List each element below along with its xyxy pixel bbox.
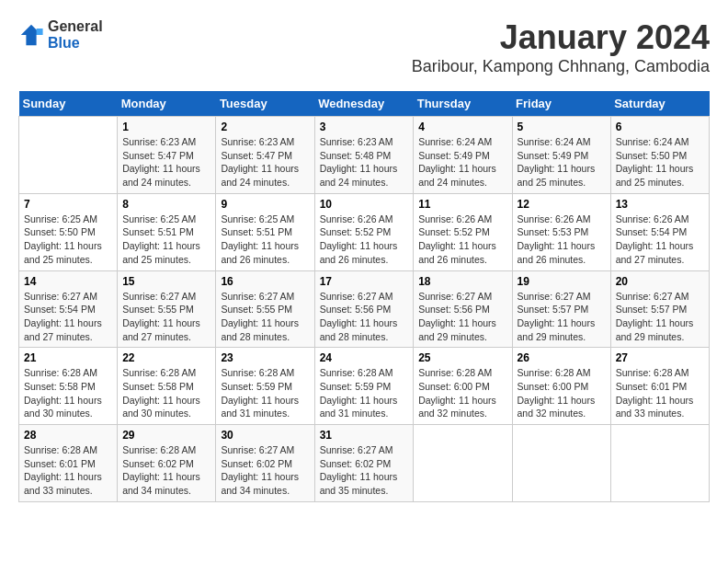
day-cell: 11Sunrise: 6:26 AMSunset: 5:52 PMDayligh… <box>414 193 512 270</box>
day-cell <box>512 425 610 502</box>
day-cell <box>19 117 118 194</box>
day-number: 1 <box>122 121 210 133</box>
day-info: Sunrise: 6:28 AMSunset: 5:58 PMDaylight:… <box>122 366 210 420</box>
day-info: Sunrise: 6:25 AMSunset: 5:50 PMDaylight:… <box>24 213 112 267</box>
day-number: 26 <box>518 351 606 364</box>
week-row-4: 21Sunrise: 6:28 AMSunset: 5:58 PMDayligh… <box>19 348 710 425</box>
day-cell: 30Sunrise: 6:27 AMSunset: 6:02 PMDayligh… <box>216 425 314 502</box>
day-info: Sunrise: 6:26 AMSunset: 5:52 PMDaylight:… <box>418 213 506 267</box>
day-cell: 4Sunrise: 6:24 AMSunset: 5:49 PMDaylight… <box>414 117 512 194</box>
day-info: Sunrise: 6:28 AMSunset: 5:58 PMDaylight:… <box>24 366 112 420</box>
day-number: 30 <box>221 429 309 442</box>
day-info: Sunrise: 6:28 AMSunset: 5:59 PMDaylight:… <box>221 366 309 420</box>
day-cell: 20Sunrise: 6:27 AMSunset: 5:57 PMDayligh… <box>610 270 709 348</box>
subtitle: Baribour, Kampong Chhnang, Cambodia <box>412 57 710 76</box>
day-number: 17 <box>320 275 409 288</box>
day-info: Sunrise: 6:27 AMSunset: 5:56 PMDaylight:… <box>320 290 409 344</box>
day-cell: 22Sunrise: 6:28 AMSunset: 5:58 PMDayligh… <box>118 348 216 425</box>
header-cell-saturday: Saturday <box>610 91 709 117</box>
day-cell: 31Sunrise: 6:27 AMSunset: 6:02 PMDayligh… <box>314 425 414 502</box>
day-cell: 2Sunrise: 6:23 AMSunset: 5:47 PMDaylight… <box>216 117 314 194</box>
day-cell: 27Sunrise: 6:28 AMSunset: 6:01 PMDayligh… <box>610 348 709 425</box>
day-info: Sunrise: 6:25 AMSunset: 5:51 PMDaylight:… <box>122 213 210 267</box>
header-cell-wednesday: Wednesday <box>314 91 414 117</box>
day-cell: 8Sunrise: 6:25 AMSunset: 5:51 PMDaylight… <box>118 193 216 270</box>
header-cell-thursday: Thursday <box>414 91 512 117</box>
day-info: Sunrise: 6:23 AMSunset: 5:47 PMDaylight:… <box>221 135 309 190</box>
day-cell: 21Sunrise: 6:28 AMSunset: 5:58 PMDayligh… <box>19 348 118 425</box>
day-info: Sunrise: 6:28 AMSunset: 5:59 PMDaylight:… <box>320 366 409 420</box>
day-cell: 1Sunrise: 6:23 AMSunset: 5:47 PMDaylight… <box>118 117 216 194</box>
day-info: Sunrise: 6:26 AMSunset: 5:52 PMDaylight:… <box>320 213 409 267</box>
main-title: January 2024 <box>412 18 710 57</box>
day-info: Sunrise: 6:27 AMSunset: 6:02 PMDaylight:… <box>221 443 309 498</box>
day-number: 3 <box>320 121 409 133</box>
day-info: Sunrise: 6:27 AMSunset: 5:54 PMDaylight:… <box>24 290 112 344</box>
day-cell: 13Sunrise: 6:26 AMSunset: 5:54 PMDayligh… <box>610 193 709 270</box>
day-number: 14 <box>24 275 112 288</box>
day-info: Sunrise: 6:28 AMSunset: 6:00 PMDaylight:… <box>418 366 506 420</box>
day-info: Sunrise: 6:26 AMSunset: 5:54 PMDaylight:… <box>616 213 704 267</box>
week-row-5: 28Sunrise: 6:28 AMSunset: 6:01 PMDayligh… <box>19 425 710 502</box>
day-number: 16 <box>221 275 309 288</box>
day-info: Sunrise: 6:24 AMSunset: 5:49 PMDaylight:… <box>518 135 606 190</box>
day-info: Sunrise: 6:27 AMSunset: 5:55 PMDaylight:… <box>122 290 210 344</box>
day-number: 9 <box>221 198 309 211</box>
day-info: Sunrise: 6:23 AMSunset: 5:48 PMDaylight:… <box>320 135 409 190</box>
week-row-1: 1Sunrise: 6:23 AMSunset: 5:47 PMDaylight… <box>19 117 710 194</box>
header-cell-friday: Friday <box>512 91 610 117</box>
day-info: Sunrise: 6:27 AMSunset: 5:57 PMDaylight:… <box>518 290 606 344</box>
day-cell: 23Sunrise: 6:28 AMSunset: 5:59 PMDayligh… <box>216 348 314 425</box>
day-number: 13 <box>616 198 704 211</box>
day-number: 6 <box>616 121 704 133</box>
week-row-2: 7Sunrise: 6:25 AMSunset: 5:50 PMDaylight… <box>19 193 710 270</box>
day-number: 25 <box>418 351 506 364</box>
day-cell: 19Sunrise: 6:27 AMSunset: 5:57 PMDayligh… <box>512 270 610 348</box>
day-number: 7 <box>24 198 112 211</box>
day-info: Sunrise: 6:26 AMSunset: 5:53 PMDaylight:… <box>518 213 606 267</box>
day-cell: 6Sunrise: 6:24 AMSunset: 5:50 PMDaylight… <box>610 117 709 194</box>
day-number: 10 <box>320 198 409 211</box>
svg-marker-1 <box>37 29 43 35</box>
logo-text: General Blue <box>48 18 103 52</box>
day-cell: 24Sunrise: 6:28 AMSunset: 5:59 PMDayligh… <box>314 348 414 425</box>
day-cell: 9Sunrise: 6:25 AMSunset: 5:51 PMDaylight… <box>216 193 314 270</box>
day-info: Sunrise: 6:25 AMSunset: 5:51 PMDaylight:… <box>221 213 309 267</box>
day-info: Sunrise: 6:27 AMSunset: 5:57 PMDaylight:… <box>616 290 704 344</box>
day-number: 21 <box>24 351 112 364</box>
header-cell-monday: Monday <box>118 91 216 117</box>
day-number: 15 <box>122 275 210 288</box>
day-cell: 17Sunrise: 6:27 AMSunset: 5:56 PMDayligh… <box>314 270 414 348</box>
day-cell: 5Sunrise: 6:24 AMSunset: 5:49 PMDaylight… <box>512 117 610 194</box>
day-cell <box>610 425 709 502</box>
day-number: 12 <box>518 198 606 211</box>
day-cell: 16Sunrise: 6:27 AMSunset: 5:55 PMDayligh… <box>216 270 314 348</box>
day-number: 2 <box>221 121 309 133</box>
day-number: 20 <box>616 275 704 288</box>
day-info: Sunrise: 6:23 AMSunset: 5:47 PMDaylight:… <box>122 135 210 190</box>
day-info: Sunrise: 6:28 AMSunset: 6:00 PMDaylight:… <box>518 366 606 420</box>
day-info: Sunrise: 6:24 AMSunset: 5:49 PMDaylight:… <box>418 135 506 190</box>
header: General Blue January 2024 Baribour, Kamp… <box>18 18 710 76</box>
logo: General Blue <box>18 18 103 52</box>
day-number: 31 <box>320 429 409 442</box>
day-cell: 7Sunrise: 6:25 AMSunset: 5:50 PMDaylight… <box>19 193 118 270</box>
day-number: 11 <box>418 198 506 211</box>
title-section: January 2024 Baribour, Kampong Chhnang, … <box>412 18 710 76</box>
day-number: 18 <box>418 275 506 288</box>
week-row-3: 14Sunrise: 6:27 AMSunset: 5:54 PMDayligh… <box>19 270 710 348</box>
day-info: Sunrise: 6:27 AMSunset: 5:55 PMDaylight:… <box>221 290 309 344</box>
day-info: Sunrise: 6:28 AMSunset: 6:01 PMDaylight:… <box>616 366 704 420</box>
header-cell-sunday: Sunday <box>19 91 118 117</box>
day-number: 24 <box>320 351 409 364</box>
day-cell: 18Sunrise: 6:27 AMSunset: 5:56 PMDayligh… <box>414 270 512 348</box>
day-info: Sunrise: 6:28 AMSunset: 6:02 PMDaylight:… <box>122 443 210 498</box>
logo-icon <box>18 22 44 48</box>
day-number: 5 <box>518 121 606 133</box>
day-cell: 15Sunrise: 6:27 AMSunset: 5:55 PMDayligh… <box>118 270 216 348</box>
day-cell: 26Sunrise: 6:28 AMSunset: 6:00 PMDayligh… <box>512 348 610 425</box>
day-info: Sunrise: 6:27 AMSunset: 6:02 PMDaylight:… <box>320 443 409 498</box>
day-number: 22 <box>122 351 210 364</box>
calendar-table: SundayMondayTuesdayWednesdayThursdayFrid… <box>18 91 710 502</box>
day-number: 4 <box>418 121 506 133</box>
